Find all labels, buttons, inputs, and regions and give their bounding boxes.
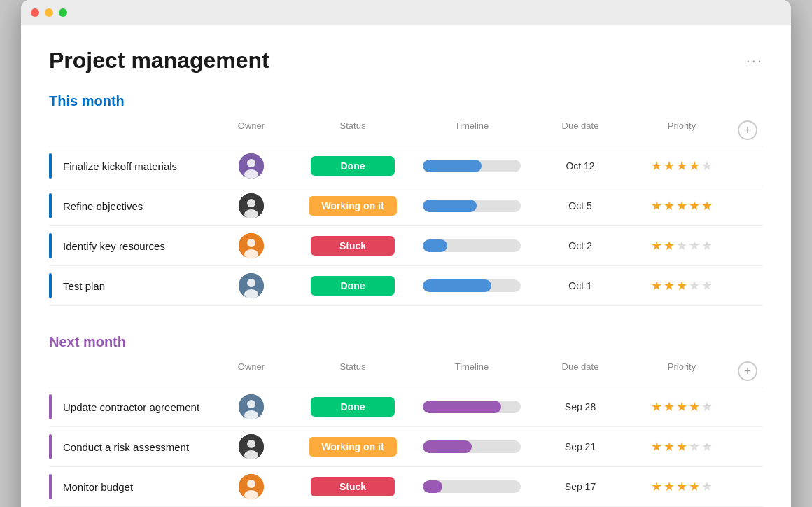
task-label-cell: Test plan [49,273,206,298]
task-name: Test plan [63,280,105,292]
status-badge: Working on it [309,437,396,457]
due-date-cell: Oct 2 [535,240,626,251]
col-owner: Owner [206,361,297,381]
star-filled-icon: ★ [651,439,662,454]
col-task [60,120,206,140]
priority-cell: ★★★★★ [626,479,738,494]
avatar [239,394,264,419]
status-cell: Done [297,156,409,176]
add-task-button[interactable]: + [738,120,757,140]
section-header: This month [49,93,763,109]
star-empty-icon: ★ [689,439,700,454]
timeline-bar [423,279,521,292]
priority-cell: ★★★★★ [626,158,738,174]
task-label-cell: Refine objectives [49,193,206,218]
avatar-icon [239,193,264,218]
star-filled-icon: ★ [664,479,675,494]
main-content: Project management ··· This month Owner … [21,25,791,507]
task-name: Identify key resources [63,240,165,252]
svg-point-16 [247,440,255,448]
due-date-cell: Sep 28 [535,401,626,412]
due-date-cell: Oct 12 [535,160,626,172]
task-name: Finalize kickoff materials [63,160,177,172]
star-empty-icon: ★ [701,479,713,494]
task-name: Conduct a risk assessment [63,441,189,453]
due-date-cell: Sep 21 [535,441,626,452]
col-duedate: Due date [535,361,626,381]
timeline-fill [423,160,482,172]
star-filled-icon: ★ [676,479,687,494]
priority-cell: ★★★★★ [626,238,738,254]
col-owner: Owner [206,120,297,140]
star-filled-icon: ★ [664,198,675,214]
left-bar [49,474,52,499]
close-dot[interactable] [31,8,39,17]
task-name: Update contractor agreement [63,401,200,413]
timeline-fill [423,200,477,212]
star-filled-icon: ★ [664,439,675,454]
status-cell: Stuck [297,477,409,496]
minimize-dot[interactable] [45,8,53,17]
task-label-cell: Finalize kickoff materials [49,153,206,179]
svg-point-10 [247,279,255,287]
maximize-dot[interactable] [59,8,67,17]
left-bar [49,193,52,218]
status-badge: Done [311,276,395,296]
table-row: Finalize kickoff materials Done [49,146,763,186]
star-filled-icon: ★ [651,399,662,415]
task-label-cell: Identify key resources [49,233,206,258]
star-filled-icon: ★ [664,278,675,293]
svg-point-4 [247,199,255,207]
section-header: Next month [49,334,763,350]
star-filled-icon: ★ [676,439,687,454]
timeline-bar [423,401,521,413]
section-title-this-month: This month [49,93,125,109]
timeline-fill [423,279,491,292]
task-label-cell: Update contractor agreement [49,394,206,419]
table-row: Identify key resources Stuck [49,225,763,265]
timeline-cell [409,160,535,172]
owner-cell [206,474,297,499]
star-empty-icon: ★ [701,278,713,293]
left-bar [49,434,52,459]
svg-point-19 [247,480,255,488]
avatar [239,233,264,258]
timeline-cell [409,239,535,252]
star-filled-icon: ★ [701,198,713,214]
star-filled-icon: ★ [676,198,687,214]
col-add: + [738,361,763,381]
due-date-cell: Oct 5 [535,200,626,211]
add-task-button[interactable]: + [738,361,757,381]
avatar [239,434,264,459]
owner-cell [206,193,297,218]
page-title-row: Project management ··· [49,48,763,74]
timeline-cell [409,480,535,493]
owner-cell [206,273,297,298]
col-duedate: Due date [535,120,626,140]
avatar-icon [239,394,264,419]
more-options-button[interactable]: ··· [746,52,763,70]
star-filled-icon: ★ [651,198,662,214]
star-filled-icon: ★ [651,158,662,174]
timeline-bar [423,480,521,493]
avatar [239,273,264,298]
priority-cell: ★★★★★ [626,439,738,454]
owner-cell [206,394,297,419]
column-headers: Owner Status Timeline Due date Priority … [49,118,763,146]
status-badge: Working on it [309,196,396,216]
task-name: Refine objectives [63,200,143,212]
status-cell: Done [297,276,409,296]
status-cell: Working on it [297,437,409,457]
col-priority: Priority [626,120,738,140]
task-label-cell: Monitor budget [49,474,206,499]
owner-cell [206,434,297,459]
star-empty-icon: ★ [701,399,713,415]
timeline-cell [409,279,535,292]
star-filled-icon: ★ [651,278,662,293]
table-row: Refine objectives Working on it [49,186,763,225]
svg-point-13 [247,400,255,408]
star-filled-icon: ★ [689,399,700,415]
priority-cell: ★★★★★ [626,278,738,293]
star-filled-icon: ★ [664,399,675,415]
col-task [60,361,206,381]
